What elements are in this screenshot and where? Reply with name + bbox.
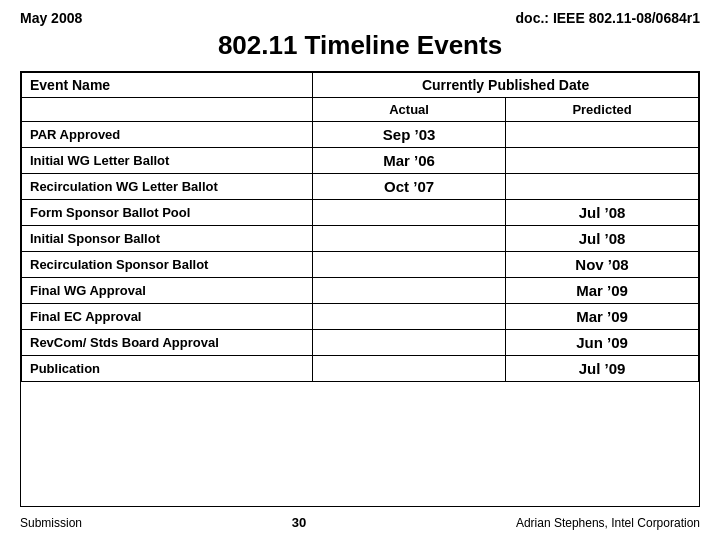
event-name-cell: Publication	[22, 356, 313, 382]
predicted-date-cell: Jul ’08	[506, 226, 699, 252]
predicted-date-cell	[506, 122, 699, 148]
actual-date-cell	[313, 356, 506, 382]
table-row: Final WG ApprovalMar ’09	[22, 278, 699, 304]
actual-date-cell	[313, 304, 506, 330]
event-name-cell: Form Sponsor Ballot Pool	[22, 200, 313, 226]
actual-date-cell: Sep ’03	[313, 122, 506, 148]
footer-right: Adrian Stephens, Intel Corporation	[516, 516, 700, 530]
header-right: doc.: IEEE 802.11-08/0684r1	[516, 10, 700, 26]
table-container: Event Name Currently Published Date Actu…	[20, 71, 700, 507]
col-header-event: Event Name	[22, 73, 313, 98]
event-name-cell: RevCom/ Stds Board Approval	[22, 330, 313, 356]
table-row: PublicationJul ’09	[22, 356, 699, 382]
table-row: Recirculation WG Letter BallotOct ’07	[22, 174, 699, 200]
predicted-date-cell: Jul ’08	[506, 200, 699, 226]
actual-date-cell	[313, 252, 506, 278]
event-name-cell: PAR Approved	[22, 122, 313, 148]
table-row: Final EC ApprovalMar ’09	[22, 304, 699, 330]
event-name-cell: Final EC Approval	[22, 304, 313, 330]
table-row: RevCom/ Stds Board ApprovalJun ’09	[22, 330, 699, 356]
sub-header-event	[22, 98, 313, 122]
table-row: Form Sponsor Ballot PoolJul ’08	[22, 200, 699, 226]
header-left: May 2008	[20, 10, 82, 26]
table-row: Initial Sponsor BallotJul ’08	[22, 226, 699, 252]
actual-date-cell: Mar ’06	[313, 148, 506, 174]
event-name-cell: Initial WG Letter Ballot	[22, 148, 313, 174]
table-row: Recirculation Sponsor BallotNov ’08	[22, 252, 699, 278]
predicted-date-cell: Mar ’09	[506, 304, 699, 330]
actual-date-cell: Oct ’07	[313, 174, 506, 200]
event-name-cell: Recirculation WG Letter Ballot	[22, 174, 313, 200]
page: May 2008 doc.: IEEE 802.11-08/0684r1 802…	[0, 0, 720, 540]
footer-row: Submission 30 Adrian Stephens, Intel Cor…	[20, 515, 700, 530]
timeline-table: Event Name Currently Published Date Actu…	[21, 72, 699, 382]
actual-date-cell	[313, 226, 506, 252]
col-header-published: Currently Published Date	[313, 73, 699, 98]
event-name-cell: Recirculation Sponsor Ballot	[22, 252, 313, 278]
actual-date-cell	[313, 330, 506, 356]
predicted-date-cell: Jul ’09	[506, 356, 699, 382]
table-row: Initial WG Letter BallotMar ’06	[22, 148, 699, 174]
predicted-date-cell	[506, 174, 699, 200]
sub-header-predicted: Predicted	[506, 98, 699, 122]
sub-header-actual: Actual	[313, 98, 506, 122]
event-name-cell: Final WG Approval	[22, 278, 313, 304]
table-row: PAR ApprovedSep ’03	[22, 122, 699, 148]
footer-left: Submission	[20, 516, 82, 530]
predicted-date-cell: Jun ’09	[506, 330, 699, 356]
actual-date-cell	[313, 278, 506, 304]
event-name-cell: Initial Sponsor Ballot	[22, 226, 313, 252]
predicted-date-cell: Mar ’09	[506, 278, 699, 304]
actual-date-cell	[313, 200, 506, 226]
predicted-date-cell	[506, 148, 699, 174]
table-body: PAR ApprovedSep ’03Initial WG Letter Bal…	[22, 122, 699, 382]
footer-center: 30	[292, 515, 306, 530]
header-row: May 2008 doc.: IEEE 802.11-08/0684r1	[20, 10, 700, 26]
page-title: 802.11 Timeline Events	[20, 30, 700, 61]
predicted-date-cell: Nov ’08	[506, 252, 699, 278]
